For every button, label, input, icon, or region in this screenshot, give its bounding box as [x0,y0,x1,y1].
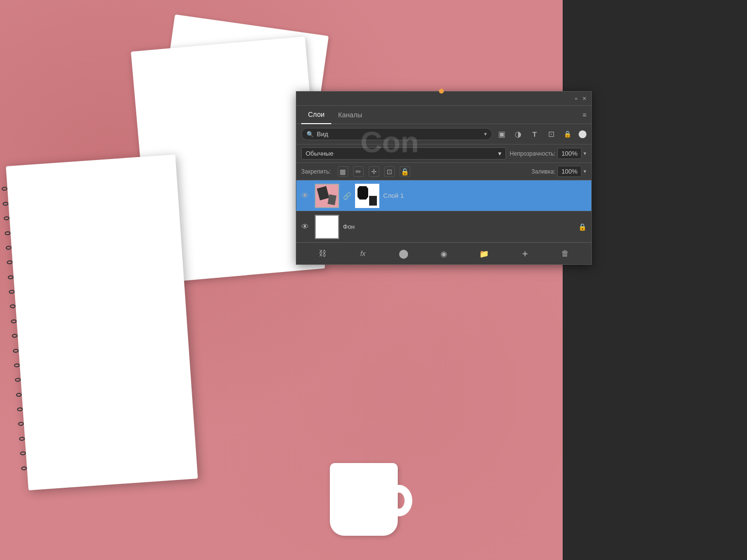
spiral-dot [21,466,27,470]
panel-bottom-toolbar: ⛓ fx ⬤ ◉ 📁 ＋ 🗑 [296,242,591,264]
text-filter-icon[interactable]: T [529,129,540,140]
layer-thumbnail-pink [315,184,339,208]
blend-opacity-row: Обычные ▾ Непрозрачность: 100% ▾ [296,144,591,163]
lock-all-button[interactable]: 🔒 [400,166,410,177]
spiral-dot [12,334,18,338]
search-wrapper[interactable]: 🔍 Вид ▾ [301,128,492,140]
image-filter-icon[interactable]: ▣ [496,129,507,140]
spiral-dot [17,407,23,412]
tab-channels[interactable]: Каналы [331,106,369,124]
fill-label: Заливка: [531,168,555,175]
spiral-dot [4,231,11,235]
spiral-dot [15,378,21,382]
create-layer-button[interactable]: ＋ [518,247,532,260]
adjustment-filter-icon[interactable]: ◑ [513,129,523,140]
blend-mode-arrow: ▾ [498,150,502,157]
opacity-label: Непрозрачность: [510,150,555,157]
layer-preview-white [316,216,338,238]
lock-artboard-button[interactable]: ⊡ [384,166,395,177]
panel-collapse-button[interactable]: « [575,96,578,101]
spiral-dot [18,422,24,426]
opacity-arrow[interactable]: ▾ [584,150,586,157]
tab-layers[interactable]: Слои [301,106,331,124]
spiral-dot [13,349,19,353]
coffee-cup [320,439,417,536]
panel-menu-icon[interactable]: ≡ [583,111,586,119]
spiral-dot [3,216,10,221]
lock-pixels-button[interactable]: ▦ [338,166,348,177]
spiral-dot [20,451,26,456]
cup-body [330,463,398,536]
add-adjustment-button[interactable]: ◉ [437,247,451,260]
add-mask-button[interactable]: ⬤ [397,247,410,260]
fill-control: Заливка: 100% ▾ [531,166,586,177]
spiral-dot [16,393,22,397]
search-text: Вид [317,130,481,138]
search-dropdown-arrow[interactable]: ▾ [484,131,487,137]
fill-arrow[interactable]: ▾ [584,168,586,175]
mask-preview-art [356,185,378,207]
spiral-dot [11,319,17,323]
layer-row[interactable]: 👁 Фон 🔒 [296,211,591,242]
fill-input[interactable]: 100% [557,166,582,177]
layer-name: Фон [343,223,574,230]
spiral-notebook [6,155,198,491]
filter-status-indicator [579,130,586,138]
lock-label: Закрепить: [301,168,331,175]
panel-filter-icons: ▣ ◑ T ⊡ 🔒 [496,129,586,140]
panel-tabs: Слои Каналы ≡ [296,106,591,124]
delete-layer-button[interactable]: 🗑 [558,247,572,260]
spiral-dot [6,245,12,250]
spiral-dot [9,289,15,294]
panel-titlebar: « × [296,92,591,106]
layer-visibility-toggle[interactable]: 👁 [301,223,311,231]
lock-row: Закрепить: ▦ ✏ ✛ ⊡ 🔒 Заливка: 100% ▾ [296,163,591,180]
panel-close-button[interactable]: × [583,95,586,102]
link-layers-button[interactable]: ⛓ [316,247,329,260]
dark-right-panel [563,0,747,560]
spiral-dot [2,202,9,206]
create-group-button[interactable]: 📁 [477,247,491,260]
layer-visibility-toggle[interactable]: 👁 [301,192,311,200]
panel-drag-dot [439,89,444,94]
layer-thumbnail-white [315,215,339,239]
blend-mode-value: Обычные [306,150,333,157]
spiral-dot [19,436,25,441]
layer-locked-icon: 🔒 [578,223,586,231]
blend-mode-select[interactable]: Обычные ▾ [301,147,506,160]
layer-link-icon[interactable]: 🔗 [343,192,351,200]
artboard-filter-icon[interactable]: 🔒 [562,129,573,140]
lock-move-button[interactable]: ✛ [369,166,379,177]
layer-mask-thumbnail [355,184,379,208]
add-fx-button[interactable]: fx [356,247,370,260]
layer-row[interactable]: 👁 🔗 Слой 1 [296,180,591,211]
layer-preview-art [316,185,338,207]
spiral-dot [7,260,13,265]
opacity-input[interactable]: 100% [557,148,582,159]
spiral-dot [10,304,16,309]
spiral-dot [14,363,20,368]
panel-controls: « × [575,95,586,102]
layers-list: 👁 🔗 Слой 1 👁 Фон 🔒 [296,180,591,242]
opacity-control: Непрозрачность: 100% ▾ [510,148,586,159]
shape-filter-icon[interactable]: ⊡ [546,129,556,140]
lock-paint-button[interactable]: ✏ [353,166,364,177]
spiral-dot [8,275,14,279]
spiral-dot [1,187,8,191]
search-bar: 🔍 Вид ▾ ▣ ◑ T ⊡ 🔒 [296,124,591,144]
layers-panel: « × Слои Каналы ≡ 🔍 Вид ▾ ▣ ◑ T ⊡ 🔒 Обыч… [296,91,592,265]
layer-name: Слой 1 [383,192,586,199]
search-icon: 🔍 [307,131,314,138]
